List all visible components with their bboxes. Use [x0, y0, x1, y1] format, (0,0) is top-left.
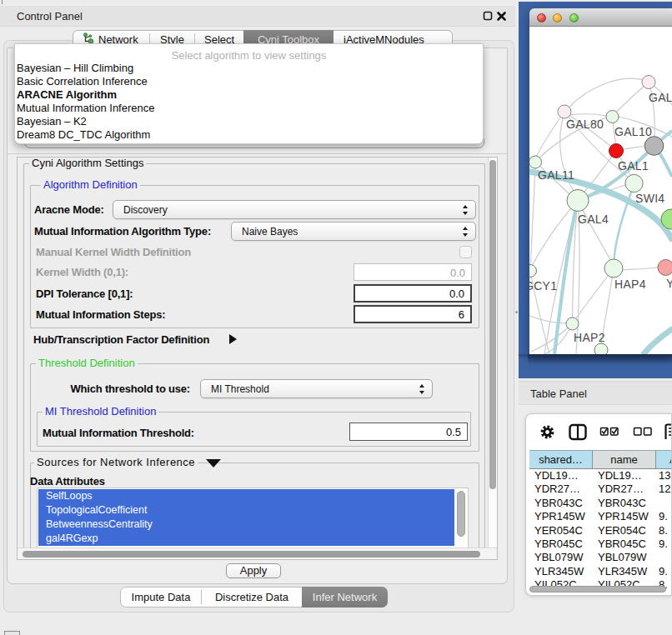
svg-text:GAL80: GAL80 — [566, 118, 604, 131]
svg-text:SWI4: SWI4 — [635, 192, 664, 205]
svg-text:Y: Y — [666, 277, 672, 290]
svg-text:HAP4: HAP4 — [614, 278, 646, 291]
svg-text:GAL10: GAL10 — [614, 125, 652, 138]
svg-text:GAL4: GAL4 — [578, 212, 609, 226]
svg-text:GAL7: GAL7 — [649, 91, 672, 104]
svg-text:GAL1: GAL1 — [618, 159, 649, 172]
svg-text:GCY1: GCY1 — [529, 279, 557, 292]
svg-text:GAL11: GAL11 — [538, 168, 574, 182]
svg-text:HAP2: HAP2 — [574, 331, 605, 344]
